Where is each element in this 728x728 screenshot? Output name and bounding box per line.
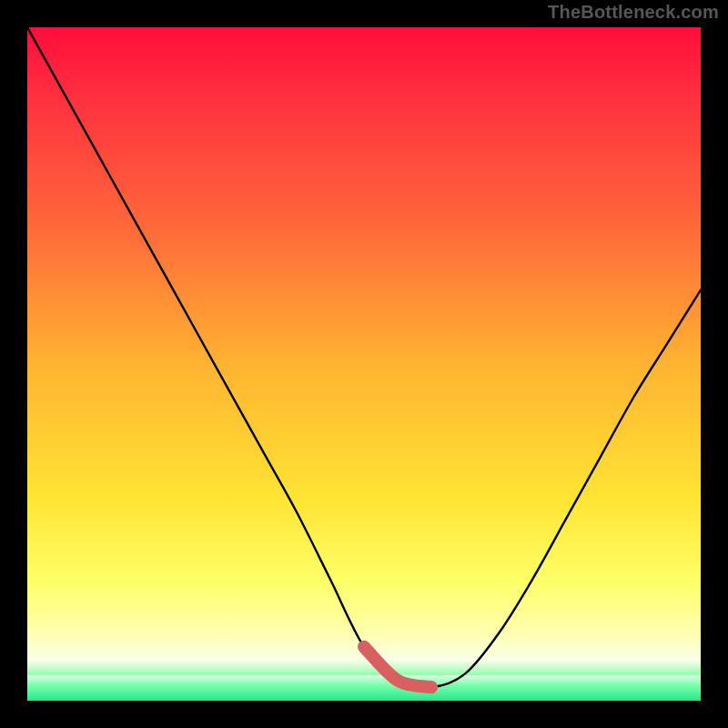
bottleneck-curve: [27, 27, 701, 688]
optimum-marker: [364, 647, 431, 687]
curve-svg: [27, 27, 701, 701]
plot-area: [27, 27, 701, 701]
chart-frame: TheBottleneck.com: [0, 0, 728, 728]
watermark-text: TheBottleneck.com: [548, 2, 719, 23]
